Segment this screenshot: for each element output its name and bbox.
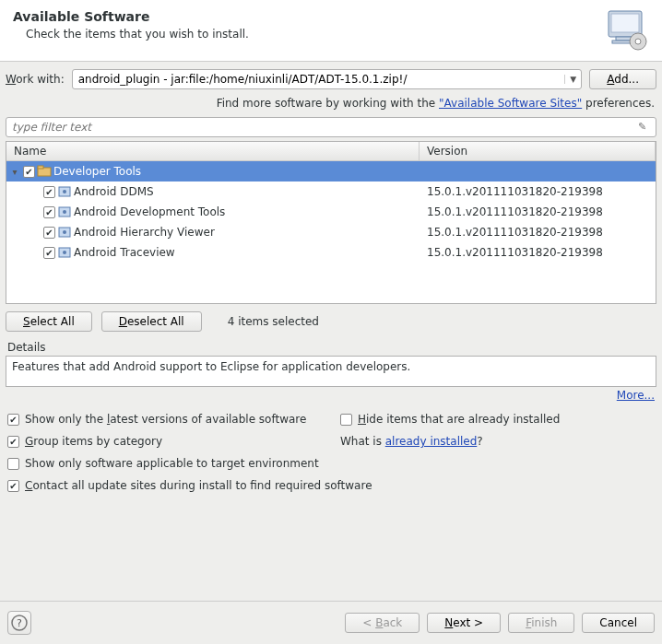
item-label: Android Traceview: [74, 246, 175, 259]
category-icon: [37, 164, 52, 179]
feature-icon: [57, 184, 72, 199]
item-version: 15.0.1.v201111031820-219398: [420, 185, 656, 198]
item-version: 15.0.1.v201111031820-219398: [420, 246, 656, 259]
svg-point-15: [63, 251, 66, 254]
software-tree: Name Version ▾ ✔ Developer Tools ✔ Andro…: [6, 141, 656, 304]
item-checkbox[interactable]: ✔: [43, 186, 55, 198]
group-checkbox[interactable]: ✔: [23, 166, 35, 178]
feature-icon: [57, 225, 72, 240]
deselect-all-button[interactable]: Deselect All: [101, 311, 202, 332]
target-checkbox[interactable]: [7, 458, 19, 470]
hide-label: Hide items that are already installed: [358, 413, 560, 426]
feature-icon: [57, 245, 72, 260]
page-title: Available Software: [13, 9, 603, 24]
tree-item-row[interactable]: ✔ Android Development Tools 15.0.1.v2011…: [6, 202, 656, 222]
latest-label: Show only the latest versions of availab…: [25, 413, 306, 426]
details-text: Features that add Android support to Ecl…: [6, 356, 656, 387]
item-version: 15.0.1.v201111031820-219398: [420, 226, 656, 239]
work-with-input[interactable]: [73, 71, 565, 88]
target-label: Show only software applicable to target …: [25, 457, 319, 470]
tree-item-row[interactable]: ✔ Android Traceview 15.0.1.v201111031820…: [6, 242, 656, 263]
svg-point-5: [635, 39, 641, 44]
filter-input[interactable]: [6, 117, 656, 137]
tree-group-row[interactable]: ▾ ✔ Developer Tools: [6, 161, 656, 181]
feature-icon: [57, 205, 72, 219]
available-sites-link[interactable]: "Available Software Sites": [439, 97, 582, 110]
item-label: Android DDMS: [74, 185, 154, 198]
next-button[interactable]: Next >: [427, 613, 501, 633]
finish-button[interactable]: Finish: [508, 613, 574, 633]
item-checkbox[interactable]: ✔: [43, 247, 55, 259]
group-label: Developer Tools: [53, 165, 141, 178]
group-checkbox-opt[interactable]: ✔: [7, 436, 19, 448]
item-version: 15.0.1.v201111031820-219398: [420, 205, 656, 218]
chevron-down-icon[interactable]: ▼: [564, 75, 581, 84]
clear-filter-icon[interactable]: ✎: [638, 121, 651, 134]
svg-text:?: ?: [17, 617, 22, 629]
item-label: Android Development Tools: [74, 205, 225, 218]
install-wizard-icon: [603, 9, 649, 52]
whatis-label: What is already installed?: [340, 435, 483, 448]
already-installed-link[interactable]: already installed: [385, 435, 478, 448]
dialog-header: Available Software Check the items that …: [0, 0, 662, 62]
back-button[interactable]: < Back: [345, 613, 420, 633]
add-button[interactable]: Add...: [589, 69, 656, 89]
select-all-button[interactable]: Select All: [6, 311, 92, 332]
cancel-button[interactable]: Cancel: [582, 613, 655, 633]
work-with-label: Work with:: [6, 73, 65, 86]
svg-point-13: [63, 230, 66, 234]
hide-checkbox[interactable]: [340, 414, 352, 426]
selection-count: 4 items selected: [228, 315, 319, 328]
svg-rect-7: [38, 166, 43, 169]
svg-point-11: [63, 210, 66, 214]
tree-item-row[interactable]: ✔ Android Hierarchy Viewer 15.0.1.v20111…: [6, 222, 656, 242]
column-version[interactable]: Version: [420, 142, 656, 160]
expand-toggle-icon[interactable]: ▾: [8, 167, 21, 177]
site-hint: Find more software by working with the "…: [6, 93, 656, 117]
item-label: Android Hierarchy Viewer: [74, 226, 215, 239]
svg-rect-1: [611, 14, 639, 32]
contact-label: Contact all update sites during install …: [25, 479, 372, 492]
help-icon: ?: [11, 615, 28, 631]
help-button[interactable]: ?: [7, 611, 31, 635]
page-subtitle: Check the items that you wish to install…: [26, 28, 603, 41]
work-with-combo[interactable]: ▼: [72, 69, 583, 89]
tree-item-row[interactable]: ✔ Android DDMS 15.0.1.v201111031820-2193…: [6, 181, 656, 202]
group-label-opt: Group items by category: [25, 435, 162, 448]
svg-point-9: [63, 190, 66, 193]
item-checkbox[interactable]: ✔: [43, 206, 55, 218]
column-name[interactable]: Name: [6, 142, 420, 160]
details-label: Details: [6, 337, 656, 356]
latest-checkbox[interactable]: ✔: [7, 414, 19, 426]
more-link[interactable]: More...: [617, 389, 655, 402]
item-checkbox[interactable]: ✔: [43, 227, 55, 239]
contact-checkbox[interactable]: ✔: [7, 480, 19, 492]
